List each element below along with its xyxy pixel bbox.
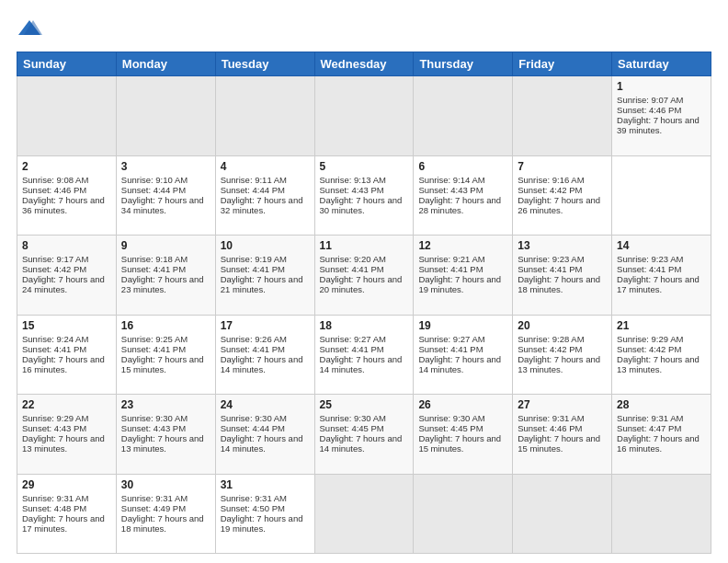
calendar-day-cell: 28Sunrise: 9:31 AMSunset: 4:47 PMDayligh… bbox=[612, 395, 711, 475]
sunrise-text: Sunrise: 9:31 AM bbox=[221, 493, 287, 503]
sunset-text: Sunset: 4:45 PM bbox=[320, 423, 384, 433]
daylight-text: Daylight: 7 hours and 17 minutes. bbox=[22, 513, 105, 534]
day-number: 4 bbox=[221, 160, 310, 173]
sunrise-text: Sunrise: 9:31 AM bbox=[617, 413, 683, 423]
calendar-day-cell bbox=[116, 76, 215, 156]
day-number: 1 bbox=[617, 80, 706, 93]
day-number: 11 bbox=[320, 239, 409, 252]
sunrise-text: Sunrise: 9:30 AM bbox=[320, 413, 386, 423]
daylight-text: Daylight: 7 hours and 32 minutes. bbox=[221, 195, 303, 215]
sunrise-text: Sunrise: 9:28 AM bbox=[518, 334, 584, 344]
day-number: 29 bbox=[22, 478, 111, 491]
calendar-day-cell: 25Sunrise: 9:30 AMSunset: 4:45 PMDayligh… bbox=[314, 395, 414, 475]
sunset-text: Sunset: 4:41 PM bbox=[320, 264, 384, 274]
daylight-text: Daylight: 7 hours and 13 minutes. bbox=[22, 433, 105, 454]
day-number: 2 bbox=[22, 160, 111, 173]
calendar-day-cell bbox=[17, 76, 117, 156]
daylight-text: Daylight: 7 hours and 14 minutes. bbox=[320, 433, 403, 454]
daylight-text: Daylight: 7 hours and 14 minutes. bbox=[221, 433, 303, 454]
sunrise-text: Sunrise: 9:24 AM bbox=[22, 334, 88, 344]
day-number: 30 bbox=[121, 478, 210, 491]
calendar-day-cell: 16Sunrise: 9:25 AMSunset: 4:41 PMDayligh… bbox=[116, 315, 215, 395]
calendar-day-cell: 27Sunrise: 9:31 AMSunset: 4:46 PMDayligh… bbox=[513, 395, 612, 475]
sunrise-text: Sunrise: 9:30 AM bbox=[121, 413, 188, 423]
daylight-text: Daylight: 7 hours and 13 minutes. bbox=[617, 354, 700, 374]
calendar-day-cell bbox=[612, 474, 711, 554]
day-number: 5 bbox=[320, 160, 409, 173]
sunset-text: Sunset: 4:42 PM bbox=[22, 264, 86, 274]
day-number: 24 bbox=[221, 398, 310, 411]
day-of-week-header: Wednesday bbox=[314, 52, 414, 76]
sunrise-text: Sunrise: 9:18 AM bbox=[121, 254, 188, 264]
sunset-text: Sunset: 4:50 PM bbox=[221, 503, 285, 513]
day-number: 7 bbox=[518, 160, 607, 173]
calendar-day-cell: 5Sunrise: 9:13 AMSunset: 4:43 PMDaylight… bbox=[314, 155, 414, 236]
daylight-text: Daylight: 7 hours and 13 minutes. bbox=[518, 354, 600, 374]
calendar-day-cell: 29Sunrise: 9:31 AMSunset: 4:48 PMDayligh… bbox=[17, 474, 117, 554]
calendar-day-cell: 24Sunrise: 9:30 AMSunset: 4:44 PMDayligh… bbox=[215, 395, 314, 475]
daylight-text: Daylight: 7 hours and 30 minutes. bbox=[320, 195, 403, 215]
sunrise-text: Sunrise: 9:19 AM bbox=[221, 254, 287, 264]
daylight-text: Daylight: 7 hours and 15 minutes. bbox=[121, 354, 204, 374]
daylight-text: Daylight: 7 hours and 19 minutes. bbox=[418, 274, 501, 294]
sunset-text: Sunset: 4:41 PM bbox=[418, 264, 483, 274]
day-of-week-header: Monday bbox=[116, 52, 215, 76]
sunset-text: Sunset: 4:41 PM bbox=[221, 344, 285, 354]
sunrise-text: Sunrise: 9:30 AM bbox=[221, 413, 287, 423]
sunrise-text: Sunrise: 9:07 AM bbox=[617, 95, 683, 105]
day-of-week-header: Sunday bbox=[17, 52, 117, 76]
day-number: 18 bbox=[320, 319, 409, 332]
daylight-text: Daylight: 7 hours and 14 minutes. bbox=[221, 354, 303, 374]
calendar-day-cell: 8Sunrise: 9:17 AMSunset: 4:42 PMDaylight… bbox=[17, 236, 117, 316]
sunrise-text: Sunrise: 9:26 AM bbox=[221, 334, 287, 344]
calendar-day-cell: 23Sunrise: 9:30 AMSunset: 4:43 PMDayligh… bbox=[116, 395, 215, 475]
calendar-day-cell: 26Sunrise: 9:30 AMSunset: 4:45 PMDayligh… bbox=[414, 395, 513, 475]
calendar-day-cell bbox=[314, 76, 414, 156]
calendar-day-cell: 17Sunrise: 9:26 AMSunset: 4:41 PMDayligh… bbox=[215, 315, 314, 395]
calendar-day-cell: 1Sunrise: 9:07 AMSunset: 4:46 PMDaylight… bbox=[612, 76, 711, 156]
day-number: 21 bbox=[617, 319, 706, 332]
calendar-week-row: 15Sunrise: 9:24 AMSunset: 4:41 PMDayligh… bbox=[17, 315, 711, 395]
day-number: 28 bbox=[617, 398, 706, 411]
calendar-day-cell bbox=[513, 474, 612, 554]
sunset-text: Sunset: 4:44 PM bbox=[121, 185, 186, 195]
calendar-day-cell: 3Sunrise: 9:10 AMSunset: 4:44 PMDaylight… bbox=[116, 155, 215, 236]
sunset-text: Sunset: 4:44 PM bbox=[221, 423, 285, 433]
day-number: 17 bbox=[221, 319, 310, 332]
sunrise-text: Sunrise: 9:20 AM bbox=[320, 254, 386, 264]
daylight-text: Daylight: 7 hours and 39 minutes. bbox=[617, 115, 700, 135]
day-number: 19 bbox=[418, 319, 507, 332]
header bbox=[17, 17, 711, 42]
daylight-text: Daylight: 7 hours and 17 minutes. bbox=[617, 274, 700, 294]
sunset-text: Sunset: 4:42 PM bbox=[617, 344, 681, 354]
sunset-text: Sunset: 4:46 PM bbox=[22, 185, 86, 195]
sunset-text: Sunset: 4:41 PM bbox=[121, 344, 186, 354]
daylight-text: Daylight: 7 hours and 19 minutes. bbox=[221, 513, 303, 534]
sunrise-text: Sunrise: 9:14 AM bbox=[418, 175, 484, 185]
day-number: 22 bbox=[22, 398, 111, 411]
sunset-text: Sunset: 4:41 PM bbox=[418, 344, 483, 354]
sunrise-text: Sunrise: 9:31 AM bbox=[22, 493, 88, 503]
sunset-text: Sunset: 4:41 PM bbox=[22, 344, 86, 354]
calendar-day-cell: 21Sunrise: 9:29 AMSunset: 4:42 PMDayligh… bbox=[612, 315, 711, 395]
calendar-day-cell: 19Sunrise: 9:27 AMSunset: 4:41 PMDayligh… bbox=[414, 315, 513, 395]
logo-icon bbox=[17, 17, 42, 42]
calendar-day-cell: 20Sunrise: 9:28 AMSunset: 4:42 PMDayligh… bbox=[513, 315, 612, 395]
calendar-table: SundayMondayTuesdayWednesdayThursdayFrid… bbox=[17, 52, 711, 554]
calendar-day-cell bbox=[414, 76, 513, 156]
calendar-week-row: 1Sunrise: 9:07 AMSunset: 4:46 PMDaylight… bbox=[17, 76, 711, 156]
calendar-day-cell bbox=[314, 474, 414, 554]
calendar-day-cell: 22Sunrise: 9:29 AMSunset: 4:43 PMDayligh… bbox=[17, 395, 117, 475]
sunset-text: Sunset: 4:41 PM bbox=[320, 344, 384, 354]
day-number: 20 bbox=[518, 319, 607, 332]
page: SundayMondayTuesdayWednesdayThursdayFrid… bbox=[0, 0, 728, 563]
day-number: 10 bbox=[221, 239, 310, 252]
sunset-text: Sunset: 4:43 PM bbox=[320, 185, 384, 195]
calendar-day-cell: 18Sunrise: 9:27 AMSunset: 4:41 PMDayligh… bbox=[314, 315, 414, 395]
calendar-day-cell: 11Sunrise: 9:20 AMSunset: 4:41 PMDayligh… bbox=[314, 236, 414, 316]
day-number: 12 bbox=[418, 239, 507, 252]
sunset-text: Sunset: 4:47 PM bbox=[617, 423, 681, 433]
sunset-text: Sunset: 4:45 PM bbox=[418, 423, 483, 433]
sunrise-text: Sunrise: 9:23 AM bbox=[617, 254, 683, 264]
logo bbox=[17, 17, 46, 42]
